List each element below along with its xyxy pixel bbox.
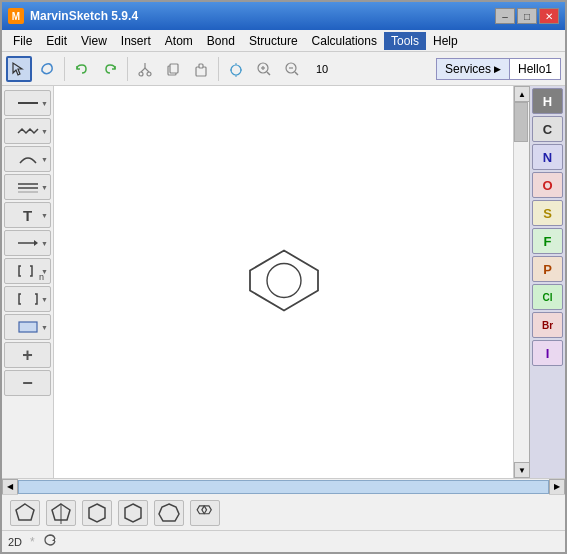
menu-insert[interactable]: Insert — [114, 32, 158, 50]
canvas[interactable] — [54, 86, 513, 478]
scrollbar-thumb[interactable] — [514, 102, 528, 142]
element-F[interactable]: F — [532, 228, 563, 254]
toolbar-separator-1 — [64, 57, 65, 81]
dimension-indicator: 2D — [8, 536, 22, 548]
dropdown-arrow-icon7: ▼ — [41, 268, 48, 275]
chain-tool[interactable]: ▼ — [4, 118, 51, 144]
horizontal-scrollbar[interactable]: ◀ ▶ — [2, 478, 565, 494]
svg-rect-3 — [170, 64, 178, 73]
status-separator: * — [30, 535, 35, 549]
double-ring-button[interactable] — [190, 500, 220, 526]
copy-button[interactable] — [160, 56, 186, 82]
paste-button[interactable] — [188, 56, 214, 82]
status-bar: 2D * — [2, 530, 565, 552]
plus-tool[interactable]: + — [4, 342, 51, 368]
redo-button[interactable] — [97, 56, 123, 82]
dropdown-arrow-icon5: ▼ — [41, 212, 48, 219]
arrow-tool[interactable]: ▼ — [4, 230, 51, 256]
title-bar: M MarvinSketch 5.9.4 – □ ✕ — [2, 2, 565, 30]
svg-marker-19 — [34, 240, 38, 246]
hello1-label: Hello1 — [518, 62, 552, 76]
element-Cl[interactable]: Cl — [532, 284, 563, 310]
left-toolbar: ▼ ▼ ▼ ▼ T — [2, 86, 54, 478]
benzene-structure — [244, 241, 324, 324]
scroll-left-button[interactable]: ◀ — [2, 479, 18, 495]
scrollbar-track[interactable] — [514, 102, 529, 462]
svg-rect-5 — [199, 64, 203, 68]
refresh-icon[interactable] — [43, 533, 57, 550]
pentagon-open-button[interactable] — [10, 500, 40, 526]
element-I[interactable]: I — [532, 340, 563, 366]
zoom-level: 10 — [307, 56, 337, 82]
dropdown-arrow-icon4: ▼ — [41, 184, 48, 191]
scroll-right-button[interactable]: ▶ — [549, 479, 565, 495]
pentagon-notch-button[interactable] — [46, 500, 76, 526]
services-arrow-icon: ▶ — [494, 64, 501, 74]
title-bar-buttons: – □ ✕ — [495, 8, 559, 24]
heptagon-button[interactable] — [154, 500, 184, 526]
single-bond-tool[interactable]: ▼ — [4, 90, 51, 116]
bracket-tool[interactable]: n ▼ — [4, 258, 51, 284]
hexagon-open-button[interactable] — [82, 500, 112, 526]
svg-marker-31 — [52, 538, 55, 541]
atom-map-tool[interactable]: ▼ — [4, 286, 51, 312]
svg-point-1 — [147, 72, 151, 76]
minus-tool[interactable]: − — [4, 370, 51, 396]
cut-button[interactable] — [132, 56, 158, 82]
scroll-up-button[interactable]: ▲ — [514, 86, 530, 102]
hello1-tab[interactable]: Hello1 — [510, 58, 561, 80]
text-tool[interactable]: T ▼ — [4, 202, 51, 228]
menu-edit[interactable]: Edit — [39, 32, 74, 50]
svg-marker-23 — [16, 504, 34, 520]
close-button[interactable]: ✕ — [539, 8, 559, 24]
h-scrollbar-track[interactable] — [18, 479, 549, 495]
element-P[interactable]: P — [532, 256, 563, 282]
zoom-out-button[interactable] — [279, 56, 305, 82]
element-Br[interactable]: Br — [532, 312, 563, 338]
svg-point-22 — [267, 264, 301, 298]
menu-view[interactable]: View — [74, 32, 114, 50]
menu-bar: File Edit View Insert Atom Bond Structur… — [2, 30, 565, 52]
svg-marker-27 — [125, 504, 141, 522]
menu-help[interactable]: Help — [426, 32, 465, 50]
ring-tool[interactable]: ▼ — [4, 146, 51, 172]
h-scrollbar-thumb[interactable] — [18, 480, 549, 494]
undo-button[interactable] — [69, 56, 95, 82]
services-button[interactable]: Services ▶ — [436, 58, 510, 80]
maximize-button[interactable]: □ — [517, 8, 537, 24]
dropdown-arrow-icon: ▼ — [41, 100, 48, 107]
element-H[interactable]: H — [532, 88, 563, 114]
element-S[interactable]: S — [532, 200, 563, 226]
toolbar-separator-2 — [127, 57, 128, 81]
menu-bond[interactable]: Bond — [200, 32, 242, 50]
template-button[interactable] — [223, 56, 249, 82]
lasso-tool-button[interactable] — [34, 56, 60, 82]
svg-line-8 — [267, 72, 270, 75]
double-bond-tool[interactable]: ▼ — [4, 174, 51, 200]
element-N[interactable]: N — [532, 144, 563, 170]
dropdown-arrow-icon3: ▼ — [41, 156, 48, 163]
toolbar-separator-3 — [218, 57, 219, 81]
zoom-in-button[interactable] — [251, 56, 277, 82]
element-panel: H C N O S F P Cl Br I — [529, 86, 565, 478]
hexagon-outline-button[interactable] — [118, 500, 148, 526]
svg-line-12 — [295, 72, 298, 75]
menu-structure[interactable]: Structure — [242, 32, 305, 50]
svg-marker-21 — [250, 251, 318, 311]
vertical-scrollbar[interactable]: ▲ ▼ — [513, 86, 529, 478]
rectangle-tool[interactable]: ▼ — [4, 314, 51, 340]
main-window: M MarvinSketch 5.9.4 – □ ✕ File Edit Vie… — [0, 0, 567, 554]
menu-atom[interactable]: Atom — [158, 32, 200, 50]
element-O[interactable]: O — [532, 172, 563, 198]
dropdown-arrow-icon8: ▼ — [41, 296, 48, 303]
dropdown-arrow-icon9: ▼ — [41, 324, 48, 331]
minimize-button[interactable]: – — [495, 8, 515, 24]
menu-calculations[interactable]: Calculations — [305, 32, 384, 50]
svg-rect-20 — [19, 322, 37, 332]
toolbar: 10 Services ▶ Hello1 — [2, 52, 565, 86]
element-C[interactable]: C — [532, 116, 563, 142]
menu-tools[interactable]: Tools — [384, 32, 426, 50]
select-tool-button[interactable] — [6, 56, 32, 82]
menu-file[interactable]: File — [6, 32, 39, 50]
scroll-down-button[interactable]: ▼ — [514, 462, 530, 478]
